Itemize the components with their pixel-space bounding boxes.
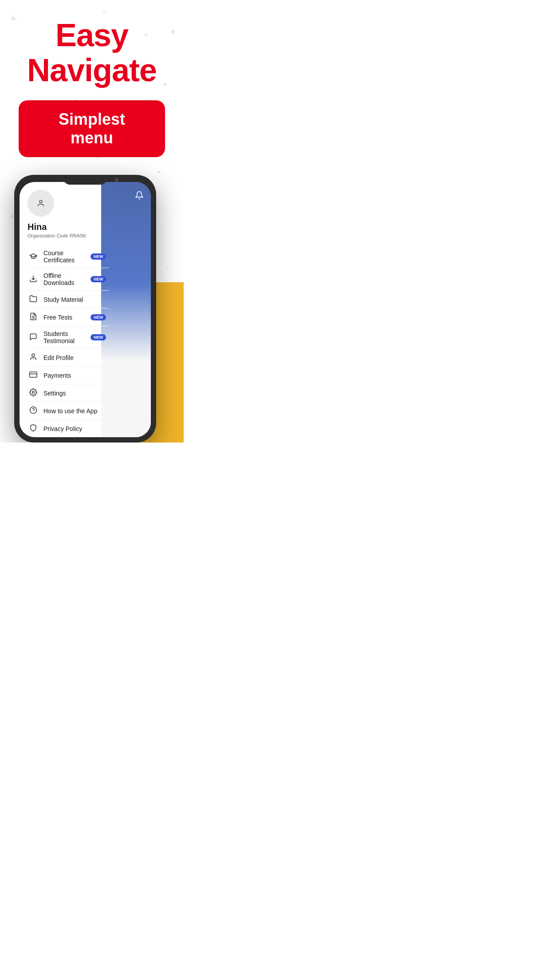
svg-rect-8 — [30, 372, 37, 377]
download-icon — [28, 275, 39, 284]
phone-notch — [63, 175, 107, 185]
person-icon — [28, 353, 39, 362]
svg-point-0 — [39, 201, 42, 203]
phone-section: Hina Organization Code RRASK Course Cert… — [0, 175, 184, 443]
user-name: Hina — [28, 222, 109, 232]
phone-frame: Hina Organization Code RRASK Course Cert… — [14, 175, 156, 443]
simplest-menu-button[interactable]: Simplest menu — [19, 100, 165, 157]
gear-icon — [28, 388, 39, 398]
document-icon — [28, 312, 39, 322]
svg-point-7 — [32, 354, 35, 357]
page-wrapper: ✦ ✦ ✦ ✦ ✦ ✦ ✦ ✦ ✦ ✦ ✦ ✦ ✦ ✦ ✦ ✦ ✦ Easy N… — [0, 0, 184, 443]
privacy-policy-label: Privacy Policy — [43, 425, 109, 432]
how-to-use-label: How to use the App — [43, 407, 109, 415]
edit-profile-label: Edit Profile — [43, 354, 109, 361]
shield-icon — [28, 424, 39, 433]
phone-mockup: Hina Organization Code RRASK Course Cert… — [14, 175, 156, 443]
top-section: Easy Navigate Simplest menu — [0, 0, 184, 175]
main-title: Easy Navigate — [9, 18, 175, 88]
study-material-label: Study Material — [43, 296, 109, 303]
chat-icon — [28, 333, 39, 342]
graduation-icon — [28, 252, 39, 261]
payments-label: Payments — [43, 372, 109, 379]
org-code: Organization Code RRASK — [28, 233, 109, 238]
settings-label: Settings — [43, 390, 109, 397]
question-icon — [28, 406, 39, 415]
menu-item-offline-downloads[interactable]: Offline Downloads NEW — [28, 268, 109, 291]
menu-item-students-testimonial[interactable]: Students Testimonial NEW — [28, 326, 109, 349]
phone-camera — [114, 178, 119, 182]
course-certificates-badge: NEW — [91, 253, 106, 260]
offline-downloads-label: Offline Downloads — [43, 272, 91, 286]
students-testimonial-label: Students Testimonial — [43, 330, 91, 344]
card-icon — [28, 371, 39, 380]
profile-avatar[interactable] — [28, 190, 54, 217]
menu-content: Hina Organization Code RRASK Course Cert… — [20, 182, 109, 437]
menu-item-course-certificates[interactable]: Course Certificates NEW — [28, 245, 109, 268]
menu-item-payments[interactable]: Payments — [28, 367, 109, 384]
folder-icon — [28, 295, 39, 304]
bell-icon[interactable] — [135, 191, 144, 202]
free-tests-label: Free Tests — [43, 314, 91, 321]
menu-item-settings[interactable]: Settings — [28, 384, 109, 402]
svg-point-10 — [32, 391, 35, 394]
menu-item-study-material[interactable]: Study Material — [28, 291, 109, 308]
menu-item-privacy-policy[interactable]: Privacy Policy — [28, 420, 109, 437]
phone-screen: Hina Organization Code RRASK Course Cert… — [20, 182, 151, 437]
menu-item-free-tests[interactable]: Free Tests NEW — [28, 308, 109, 326]
free-tests-badge: NEW — [91, 314, 106, 320]
offline-downloads-badge: NEW — [91, 276, 106, 282]
menu-item-how-to-use[interactable]: How to use the App — [28, 402, 109, 420]
course-certificates-label: Course Certificates — [43, 249, 91, 264]
menu-item-edit-profile[interactable]: Edit Profile — [28, 349, 109, 367]
students-testimonial-badge: NEW — [91, 334, 106, 340]
